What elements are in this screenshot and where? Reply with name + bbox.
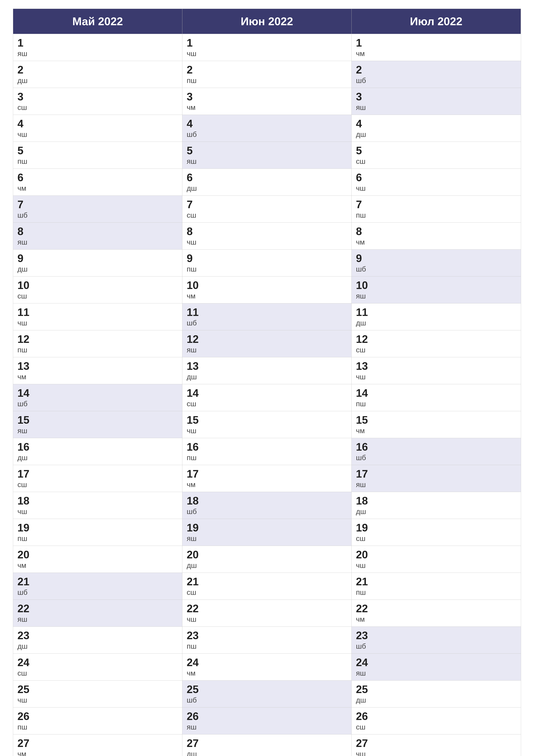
day-cell: 13чм [13,357,182,384]
day-cell: 2шб [352,61,521,88]
day-label: чш [356,750,517,756]
day-cell: 21сш [182,573,352,600]
day-label: дш [187,373,347,381]
day-cell: 5яш [182,142,352,169]
day-label: дш [17,76,178,85]
day-number: 4 [187,118,347,130]
day-label: чм [187,292,347,300]
day-cell: 6чш [352,169,521,196]
day-cell: 1чш [182,34,352,61]
day-number: 24 [17,657,178,668]
day-cell: 8чш [182,222,352,249]
day-cell: 11шб [182,303,352,330]
day-label: дш [17,265,178,273]
day-number: 8 [17,226,178,237]
header-jul: Июл 2022 [352,9,521,34]
day-number: 16 [356,441,517,453]
day-number: 10 [356,280,517,291]
day-label: яш [187,534,347,543]
day-label: чм [356,49,517,58]
day-cell: 6чм [13,169,182,196]
day-number: 10 [17,280,178,291]
day-label: яш [17,238,178,246]
day-label: сш [187,211,347,219]
day-cell: 5пш [13,142,182,169]
day-cell: 16пш [182,438,352,465]
day-cell: 26сш [352,707,521,734]
day-number: 5 [17,145,178,157]
day-number: 25 [17,684,178,695]
day-label: чм [17,373,178,381]
day-number: 2 [356,64,517,76]
day-number: 18 [356,495,517,507]
day-label: дш [17,642,178,650]
day-number: 14 [356,387,517,399]
day-number: 22 [187,603,347,615]
day-label: шб [187,507,347,516]
day-number: 21 [356,576,517,588]
day-label: шб [17,588,178,597]
day-number: 8 [356,226,517,237]
day-number: 23 [187,630,347,641]
day-number: 6 [356,172,517,184]
day-label: сш [17,669,178,677]
day-label: сш [17,103,178,112]
day-label: шб [356,642,517,650]
day-cell: 20дш [182,546,352,573]
day-cell: 21пш [352,573,521,600]
day-cell: 27дш [182,734,352,756]
day-number: 14 [187,387,347,399]
day-cell: 19сш [352,519,521,546]
day-number: 13 [187,360,347,372]
day-cell: 15яш [13,411,182,438]
day-cell: 4чш [13,115,182,142]
day-label: чм [356,615,517,623]
day-cell: 16шб [352,438,521,465]
day-label: шб [17,399,178,408]
day-number: 21 [17,576,178,588]
day-cell: 26пш [13,707,182,734]
day-cell: 25шб [182,680,352,707]
day-label: шб [17,211,178,219]
day-cell: 25чш [13,680,182,707]
day-label: дш [356,319,517,327]
day-cell: 18шб [182,492,352,519]
day-label: яш [356,103,517,112]
day-label: чш [17,319,178,327]
day-cell: 6дш [182,169,352,196]
day-label: пш [356,399,517,408]
header-jun: Июн 2022 [182,9,352,34]
day-label: чм [17,750,178,756]
day-label: чш [17,507,178,516]
day-cell: 22чм [352,600,521,627]
day-number: 19 [17,522,178,534]
day-cell: 10сш [13,276,182,303]
day-label: чш [187,238,347,246]
day-cell: 14сш [182,384,352,411]
day-cell: 15чш [182,411,352,438]
day-number: 17 [17,468,178,480]
day-cell: 12яш [182,330,352,357]
day-label: шб [187,696,347,704]
day-label: пш [17,157,178,166]
day-label: пш [17,723,178,731]
day-label: чм [356,238,517,246]
day-number: 14 [17,387,178,399]
day-number: 5 [187,145,347,157]
day-cell: 24чм [182,653,352,680]
day-label: пш [17,346,178,354]
day-number: 4 [356,118,517,130]
day-number: 23 [17,630,178,641]
day-label: пш [356,211,517,219]
day-label: пш [17,534,178,543]
day-number: 7 [187,199,347,210]
day-label: пш [187,453,347,462]
day-cell: 11дш [352,303,521,330]
day-cell: 15чм [352,411,521,438]
day-label: пш [187,642,347,650]
day-cell: 17чм [182,465,352,492]
day-number: 6 [17,172,178,184]
day-cell: 8чм [352,222,521,249]
day-label: пш [187,76,347,85]
day-number: 12 [356,334,517,345]
